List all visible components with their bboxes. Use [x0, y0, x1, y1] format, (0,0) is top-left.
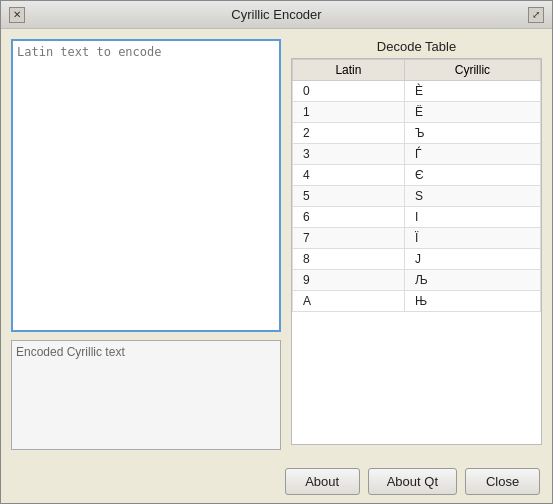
cell-cyrillic: È [404, 81, 540, 102]
cell-latin: 6 [293, 207, 405, 228]
window-title: Cyrillic Encoder [231, 7, 321, 22]
cell-latin: 1 [293, 102, 405, 123]
cell-latin: 7 [293, 228, 405, 249]
cell-latin: 0 [293, 81, 405, 102]
cell-cyrillic: Њ [404, 291, 540, 312]
title-bar-left-controls: ✕ [9, 7, 25, 23]
about-button[interactable]: About [285, 468, 360, 495]
cell-cyrillic: Ј [404, 249, 540, 270]
cell-cyrillic: Ї [404, 228, 540, 249]
cell-latin: 2 [293, 123, 405, 144]
content-area: Encoded Cyrillic text Decode Table Latin… [1, 29, 552, 460]
table-row: 8Ј [293, 249, 541, 270]
maximize-icon: ⤢ [532, 9, 540, 20]
left-panel: Encoded Cyrillic text [11, 39, 281, 450]
col-cyrillic-header: Cyrillic [404, 60, 540, 81]
table-row: 4Є [293, 165, 541, 186]
close-button[interactable]: ✕ [9, 7, 25, 23]
latin-input[interactable] [11, 39, 281, 332]
decode-table-title: Decode Table [291, 39, 542, 54]
title-bar: ✕ Cyrillic Encoder ⤢ [1, 1, 552, 29]
table-header: Latin Cyrillic [293, 60, 541, 81]
cell-cyrillic: Є [404, 165, 540, 186]
cell-latin: 4 [293, 165, 405, 186]
header-row: Latin Cyrillic [293, 60, 541, 81]
table-row: 9Љ [293, 270, 541, 291]
about-qt-button[interactable]: About Qt [368, 468, 457, 495]
cell-cyrillic: Ѓ [404, 144, 540, 165]
right-panel: Decode Table Latin Cyrillic 0È1Ë2Ъ3Ѓ4Є5Ѕ… [291, 39, 542, 450]
table-row: 1Ë [293, 102, 541, 123]
maximize-button[interactable]: ⤢ [528, 7, 544, 23]
table-row: 7Ї [293, 228, 541, 249]
cell-latin: 9 [293, 270, 405, 291]
table-row: 6І [293, 207, 541, 228]
title-bar-right-controls: ⤢ [528, 7, 544, 23]
footer: About About Qt Close [1, 460, 552, 503]
table-row: 0È [293, 81, 541, 102]
cell-cyrillic: Љ [404, 270, 540, 291]
decode-table: Latin Cyrillic 0È1Ë2Ъ3Ѓ4Є5Ѕ6І7Ї8Ј9ЉAЊ [292, 59, 541, 312]
table-row: AЊ [293, 291, 541, 312]
table-body: 0È1Ë2Ъ3Ѓ4Є5Ѕ6І7Ї8Ј9ЉAЊ [293, 81, 541, 312]
cell-cyrillic: Ъ [404, 123, 540, 144]
table-row: 5Ѕ [293, 186, 541, 207]
table-row: 3Ѓ [293, 144, 541, 165]
cell-latin: 3 [293, 144, 405, 165]
col-latin-header: Latin [293, 60, 405, 81]
cyrillic-output: Encoded Cyrillic text [11, 340, 281, 450]
output-placeholder: Encoded Cyrillic text [16, 345, 125, 359]
close-icon: ✕ [13, 9, 21, 20]
main-window: ✕ Cyrillic Encoder ⤢ Encoded Cyrillic te… [0, 0, 553, 504]
cell-cyrillic: І [404, 207, 540, 228]
cell-latin: 8 [293, 249, 405, 270]
cell-latin: 5 [293, 186, 405, 207]
decode-table-container: Decode Table Latin Cyrillic 0È1Ë2Ъ3Ѓ4Є5Ѕ… [291, 39, 542, 450]
table-row: 2Ъ [293, 123, 541, 144]
cell-cyrillic: Ë [404, 102, 540, 123]
cell-latin: A [293, 291, 405, 312]
close-dialog-button[interactable]: Close [465, 468, 540, 495]
table-wrapper[interactable]: Latin Cyrillic 0È1Ë2Ъ3Ѓ4Є5Ѕ6І7Ї8Ј9ЉAЊ [291, 58, 542, 445]
cell-cyrillic: Ѕ [404, 186, 540, 207]
